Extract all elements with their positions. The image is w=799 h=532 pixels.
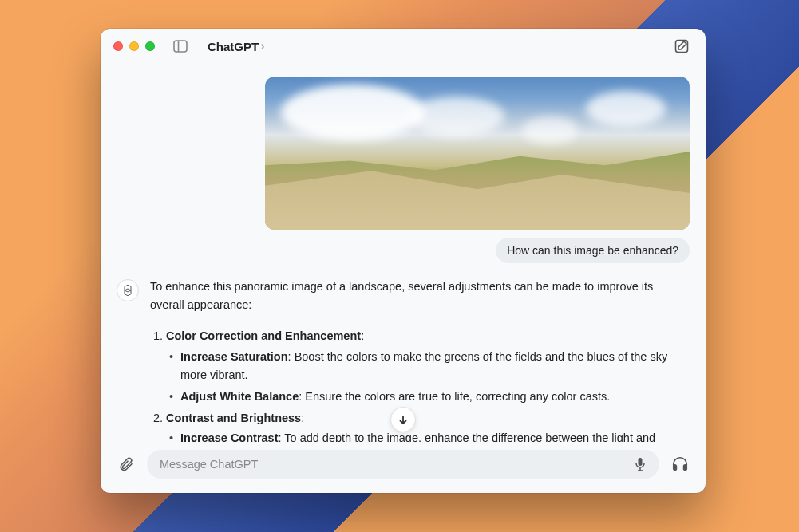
bullet-label: Adjust White Balance <box>180 390 299 403</box>
chevron-right-icon: › <box>260 39 264 53</box>
list-item: Color Correction and Enhancement: Increa… <box>166 327 682 406</box>
section-title: Contrast and Brightness <box>166 412 301 424</box>
scroll-down-button[interactable] <box>390 407 416 432</box>
svg-rect-3 <box>639 458 643 466</box>
traffic-lights <box>113 41 155 51</box>
attach-button[interactable] <box>115 453 137 475</box>
user-message-text: How can this image be enhanced? <box>507 244 678 257</box>
uploaded-image[interactable] <box>265 77 690 230</box>
app-window: ChatGPT › <box>101 29 706 493</box>
compose-icon <box>674 38 690 54</box>
app-title-text: ChatGPT <box>208 40 259 53</box>
bullet-text: : Ensure the colors are true to life, co… <box>299 390 610 403</box>
sidebar-toggle-button[interactable] <box>171 37 190 56</box>
mic-button[interactable] <box>631 455 650 474</box>
user-message-block: How can this image be enhanced? <box>117 64 690 263</box>
assistant-message-content: To enhance this panoramic image of a lan… <box>150 278 690 442</box>
sidebar-icon <box>173 40 188 53</box>
titlebar: ChatGPT › <box>101 29 706 64</box>
bullet-label: Increase Contrast <box>180 432 279 442</box>
maximize-window-button[interactable] <box>145 41 155 51</box>
section-title: Color Correction and Enhancement <box>166 329 361 342</box>
paperclip-icon <box>118 456 134 472</box>
input-area <box>101 442 706 493</box>
arrow-down-icon <box>398 414 409 425</box>
bullet-label: Increase Saturation <box>180 350 288 363</box>
headphones-icon <box>671 455 689 473</box>
svg-rect-5 <box>684 465 687 470</box>
list-item: Increase Contrast: To add depth to the i… <box>180 429 682 442</box>
list-item: Adjust White Balance: Ensure the colors … <box>180 388 682 406</box>
compose-button[interactable] <box>670 35 693 57</box>
message-input-container <box>147 450 659 479</box>
chatgpt-logo-icon <box>121 284 134 297</box>
svg-rect-0 <box>174 41 187 52</box>
close-window-button[interactable] <box>113 41 123 51</box>
bullet-text: : To add depth to the image, enhance the… <box>279 432 656 442</box>
message-input[interactable] <box>160 458 624 471</box>
app-title[interactable]: ChatGPT › <box>208 39 265 53</box>
minimize-window-button[interactable] <box>129 41 139 51</box>
voice-mode-button[interactable] <box>669 453 691 475</box>
list-item: Increase Saturation: Boost the colors to… <box>180 348 682 384</box>
user-message-bubble: How can this image be enhanced? <box>496 238 690 263</box>
assistant-intro-text: To enhance this panoramic image of a lan… <box>150 278 682 314</box>
microphone-icon <box>634 457 647 471</box>
conversation-area: How can this image be enhanced? To enhan… <box>101 64 706 442</box>
svg-rect-2 <box>676 41 688 53</box>
svg-rect-4 <box>674 465 677 470</box>
assistant-avatar <box>117 279 139 301</box>
list-item: Contrast and Brightness: Increase Contra… <box>166 409 682 442</box>
